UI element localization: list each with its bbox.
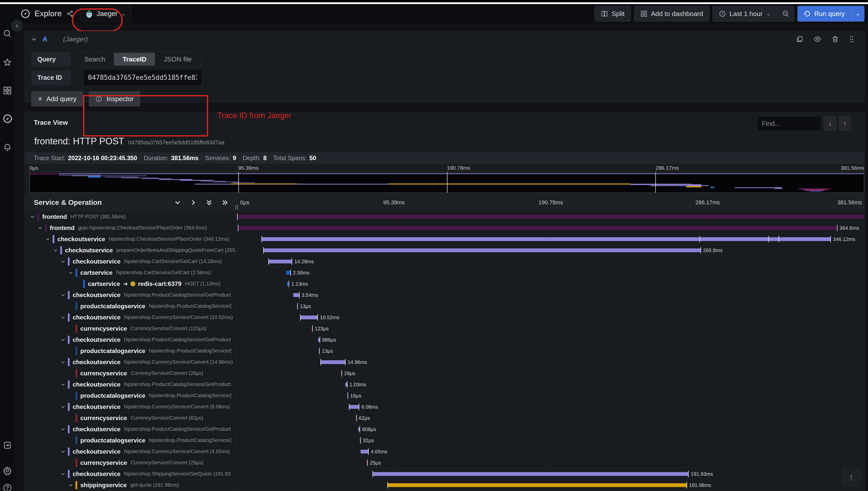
span-name-cell[interactable]: checkoutservicehipstershop.ProductCatalo… (25, 379, 237, 390)
span-bar-cell[interactable]: 4.65ms (237, 446, 864, 457)
span-bar-cell[interactable]: 14.96ms (237, 356, 864, 368)
span-bar-cell[interactable]: 191.93ms (237, 468, 864, 479)
span-collapse-chevron-icon[interactable] (59, 471, 67, 476)
span-name-cell[interactable]: checkoutservicehipstershop.CurrencyServi… (25, 446, 237, 457)
span-bar-cell[interactable]: 13μs (237, 301, 864, 312)
span-bar-cell[interactable]: 10.52ms (237, 312, 864, 323)
span-collapse-chevron-icon[interactable] (66, 483, 75, 488)
settings-gear-icon[interactable] (3, 466, 12, 475)
query-type-tab-json-file[interactable]: JSON file (155, 53, 200, 65)
datasource-picker[interactable]: Jaeger ⌄ (80, 6, 131, 22)
span-duration-bar[interactable] (286, 271, 291, 275)
span-name-cell[interactable]: currencyserviceCurrencyService/Convert (… (25, 457, 237, 468)
span-name-cell[interactable]: cartservicehipstershop.CartService/GetCa… (25, 267, 237, 278)
span-row[interactable]: shippingserviceget-quote (181.98ms)181.9… (25, 480, 864, 491)
scroll-to-top-button[interactable]: ↑ (842, 468, 860, 486)
span-duration-bar[interactable] (263, 248, 700, 252)
span-name-cell[interactable]: checkoutservicehipstershop.ProductCatalo… (25, 334, 237, 345)
span-row[interactable]: currencyserviceCurrencyService/Convert (… (25, 323, 864, 334)
span-row[interactable]: checkoutservicehipstershop.ProductCatalo… (25, 424, 864, 435)
span-bar-cell[interactable]: 2.58ms (237, 267, 864, 278)
help-icon[interactable] (3, 483, 12, 491)
span-name-cell[interactable]: productcatalogservicehipstershop.Product… (25, 301, 237, 312)
span-name-cell[interactable]: checkoutservicehipstershop.ProductCatalo… (25, 424, 237, 435)
span-collapse-chevron-icon[interactable] (28, 214, 37, 219)
span-collapse-chevron-icon[interactable] (59, 404, 67, 409)
span-collapse-chevron-icon[interactable] (66, 270, 75, 275)
delete-query-trash-icon[interactable] (831, 35, 839, 43)
starred-icon[interactable] (3, 58, 12, 67)
span-name-cell[interactable]: checkoutservicehipstershop.CurrencyServi… (25, 356, 237, 368)
span-bar-cell[interactable]: 1.03ms (237, 379, 864, 390)
span-duration-bar[interactable] (238, 226, 837, 230)
inspector-button[interactable]: Inspector (89, 91, 140, 107)
add-query-button[interactable]: + Add query (31, 91, 83, 107)
collapse-one-icon[interactable] (174, 199, 181, 206)
search-icon[interactable] (3, 29, 12, 38)
span-name-cell[interactable]: checkoutservicehipstershop.CurrencyServi… (25, 401, 237, 412)
find-next-button[interactable]: ↓ (824, 116, 836, 131)
span-collapse-chevron-icon[interactable] (59, 427, 67, 432)
span-bar-cell[interactable]: 25μs (237, 457, 864, 468)
expand-all-icon[interactable] (221, 199, 228, 206)
span-row[interactable]: currencyserviceCurrencyService/Convert (… (25, 368, 864, 379)
span-row[interactable]: checkoutservicehipstershop.CurrencyServi… (25, 312, 864, 323)
span-duration-bar[interactable] (237, 215, 864, 219)
span-bar-cell[interactable]: 181.98ms (237, 480, 864, 490)
span-collapse-chevron-icon[interactable] (51, 248, 60, 253)
span-duration-bar[interactable] (300, 315, 318, 319)
span-duration-bar[interactable] (287, 282, 289, 286)
span-bar-cell[interactable]: 346.12ms (237, 234, 864, 244)
span-bar-cell[interactable]: 1.13ms (237, 278, 864, 289)
query-row-header[interactable]: A (Jaeger) (25, 31, 864, 47)
collapse-chevron-icon[interactable] (31, 36, 37, 42)
run-query-dropdown[interactable]: ⌄ (851, 6, 864, 22)
span-bar-cell[interactable]: 62μs (237, 412, 864, 424)
span-name-cell[interactable]: checkoutserviceprepareOrderItemsAndShipp… (25, 245, 237, 256)
trace-minimap[interactable] (29, 172, 864, 193)
span-collapse-chevron-icon[interactable] (59, 382, 67, 387)
span-bar-cell[interactable]: 3.54ms (237, 289, 864, 300)
span-name-cell[interactable]: productcatalogservicehipstershop.Product… (25, 345, 237, 356)
span-collapse-chevron-icon[interactable] (59, 259, 67, 264)
span-name-cell[interactable]: checkoutservicehipstershop.CartService/G… (25, 256, 237, 267)
time-range-picker[interactable]: Last 1 hour ⌄ (713, 6, 777, 22)
span-duration-bar[interactable] (345, 382, 347, 386)
span-bar-cell[interactable]: 28μs (237, 368, 864, 379)
span-bar-cell[interactable]: 123μs (237, 323, 864, 334)
span-name-cell[interactable]: productcatalogservicehipstershop.Product… (25, 390, 237, 401)
span-bar-cell[interactable]: 808μs (237, 424, 864, 435)
explore-icon[interactable] (3, 114, 12, 123)
span-row[interactable]: checkoutservicehipstershop.CartService/G… (25, 256, 864, 267)
span-row[interactable]: checkoutservicehipstershop.CheckoutServi… (25, 234, 864, 245)
span-row[interactable]: checkoutservicehipstershop.CurrencyServi… (25, 401, 864, 412)
span-duration-bar[interactable] (387, 483, 687, 487)
span-row[interactable]: productcatalogservicehipstershop.Product… (25, 301, 864, 312)
span-name-cell[interactable]: checkoutservicehipstershop.ProductCatalo… (25, 289, 237, 300)
time-zoom-out-button[interactable] (777, 6, 794, 22)
span-bar-cell[interactable]: 13μs (237, 345, 864, 356)
span-name-cell[interactable]: checkoutservicehipstershop.CheckoutServi… (25, 234, 237, 244)
span-duration-bar[interactable] (293, 293, 299, 297)
span-row[interactable]: checkoutservicehipstershop.ProductCatalo… (25, 379, 864, 390)
span-duration-bar[interactable] (361, 450, 368, 453)
span-name-cell[interactable]: cartservice➜redis-cart:6379HGET (1.13ms) (25, 278, 237, 289)
run-query-button[interactable]: Run query (797, 6, 851, 22)
span-row[interactable]: checkoutservicehipstershop.ProductCatalo… (25, 334, 864, 345)
span-bar-cell[interactable]: 16μs (237, 390, 864, 401)
sidebar-expand-button[interactable]: › (11, 20, 23, 31)
span-row[interactable]: currencyserviceCurrencyService/Convert (… (25, 412, 864, 424)
span-bar-cell[interactable] (237, 211, 864, 222)
span-duration-bar[interactable] (372, 472, 688, 476)
collapse-all-icon[interactable] (206, 199, 212, 206)
span-duration-bar[interactable] (268, 259, 292, 263)
span-name-cell[interactable]: frontendHTTP POST (381.56ms) (25, 211, 237, 222)
span-row[interactable]: checkoutservicehipstershop.ShippingServi… (25, 468, 864, 480)
span-name-cell[interactable]: productcatalogservicehipstershop.Product… (25, 435, 237, 446)
query-type-tab-traceid[interactable]: TraceID (114, 53, 155, 65)
column-resize-grip[interactable]: || (235, 204, 239, 210)
span-collapse-chevron-icon[interactable] (59, 315, 67, 320)
span-name-cell[interactable]: currencyserviceCurrencyService/Convert (… (25, 412, 237, 424)
span-row[interactable]: checkoutservicehipstershop.CurrencyServi… (25, 446, 864, 457)
span-row[interactable]: cartservice➜redis-cart:6379HGET (1.13ms)… (25, 278, 864, 289)
